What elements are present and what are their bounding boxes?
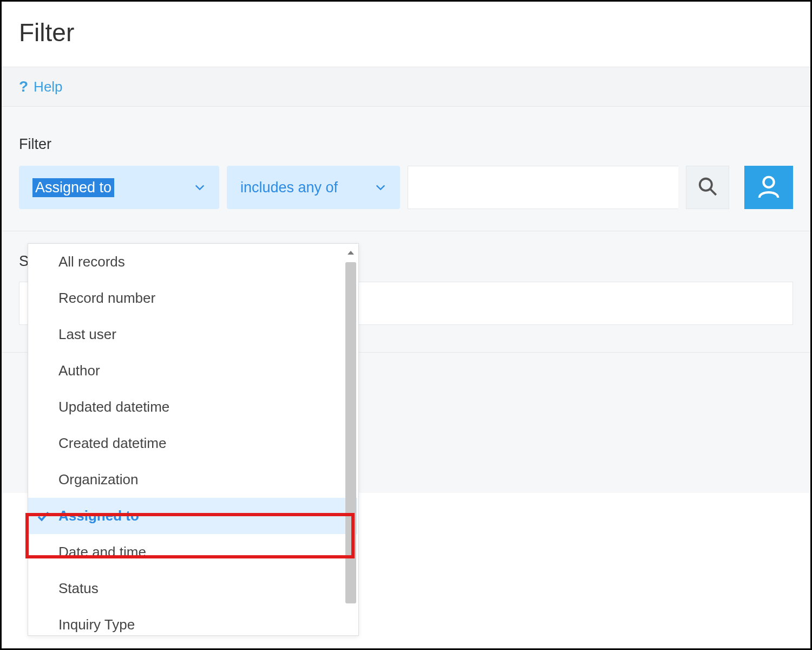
search-icon bbox=[697, 176, 718, 199]
dropdown-item-organization[interactable]: Organization bbox=[28, 461, 357, 498]
dropdown-item-record-number[interactable]: Record number bbox=[28, 280, 357, 316]
help-bar[interactable]: ? Help bbox=[2, 67, 810, 107]
dropdown-item-status[interactable]: Status bbox=[28, 570, 357, 607]
dropdown-item-all-records[interactable]: All records bbox=[28, 244, 357, 280]
app-frame: Filter ? Help Filter Assigned to include… bbox=[0, 0, 812, 650]
person-icon bbox=[756, 174, 781, 201]
check-icon bbox=[37, 510, 50, 523]
dropdown-item-created-datetime[interactable]: Created datetime bbox=[28, 425, 357, 461]
filter-row: Assigned to includes any of bbox=[19, 166, 793, 209]
operator-dropdown[interactable]: includes any of bbox=[227, 166, 400, 209]
dropdown-item-updated-datetime[interactable]: Updated datetime bbox=[28, 389, 357, 425]
chevron-down-icon bbox=[375, 181, 387, 193]
operator-dropdown-value: includes any of bbox=[240, 179, 338, 196]
search-button[interactable] bbox=[686, 166, 729, 209]
field-dropdown-value: Assigned to bbox=[32, 178, 114, 197]
chevron-down-icon bbox=[194, 181, 206, 193]
dropdown-item-inquiry-type[interactable]: Inquiry Type bbox=[28, 607, 357, 635]
svg-line-1 bbox=[710, 189, 716, 195]
dropdown-item-last-user[interactable]: Last user bbox=[28, 316, 357, 353]
filter-value-input[interactable] bbox=[408, 166, 678, 209]
svg-point-2 bbox=[763, 177, 774, 187]
dropdown-item-author[interactable]: Author bbox=[28, 353, 357, 389]
help-label: Help bbox=[34, 79, 62, 95]
dropdown-item-label: Assigned to bbox=[58, 508, 139, 524]
field-dropdown[interactable]: Assigned to bbox=[19, 166, 219, 209]
user-picker-button[interactable] bbox=[744, 166, 793, 209]
field-dropdown-panel: All records Record number Last user Auth… bbox=[28, 243, 359, 636]
dropdown-item-date-and-time[interactable]: Date and time bbox=[28, 534, 357, 570]
filter-section: Filter Assigned to includes any of bbox=[2, 107, 810, 231]
dropdown-item-assigned-to[interactable]: Assigned to bbox=[28, 498, 357, 534]
filter-section-label: Filter bbox=[19, 136, 793, 153]
field-dropdown-list[interactable]: All records Record number Last user Auth… bbox=[28, 244, 358, 635]
page-title: Filter bbox=[2, 2, 810, 67]
help-icon: ? bbox=[19, 78, 28, 95]
svg-point-0 bbox=[700, 179, 712, 191]
